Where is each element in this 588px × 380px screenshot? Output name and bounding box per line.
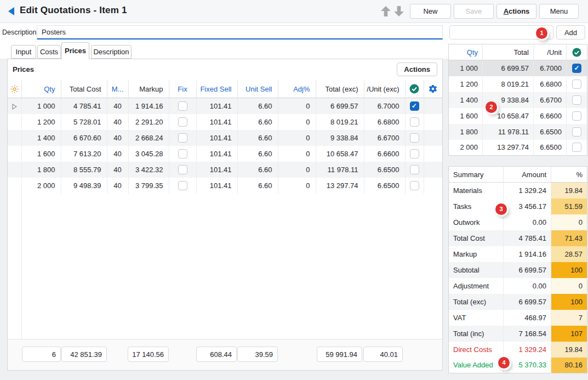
column-header-markup[interactable]: Markup xyxy=(128,80,169,98)
qty-cell[interactable]: 2 000 xyxy=(449,140,483,156)
unit-cell[interactable]: 6.6500 xyxy=(534,140,567,156)
expand-cell[interactable] xyxy=(8,114,21,130)
m-cell[interactable]: 40 xyxy=(107,114,128,130)
price-row[interactable]: 1 000 4 785.41 40 1 914.16 101.41 6.60 0… xyxy=(8,98,442,114)
markup-cell[interactable]: 2 291.20 xyxy=(128,114,169,130)
quantity-row[interactable]: 1 200 8 019.21 6.6800 xyxy=(449,76,587,92)
fixed-sell-cell[interactable]: 101.41 xyxy=(196,178,237,194)
m-cell[interactable]: 40 xyxy=(107,146,128,162)
total-exc-cell[interactable]: 9 338.84 xyxy=(316,130,364,146)
price-row[interactable]: 1 400 6 670.60 40 2 668.24 101.41 6.60 0… xyxy=(8,130,442,146)
fixed-sell-cell[interactable]: 101.41 xyxy=(196,162,237,178)
total-cost-cell[interactable]: 8 555.79 xyxy=(61,162,107,178)
column-header-fixed-sell[interactable]: Fixed Sell xyxy=(196,80,237,98)
description-input[interactable] xyxy=(37,25,443,39)
actions-button[interactable]: Actions xyxy=(496,4,536,19)
fix-checkbox[interactable] xyxy=(178,133,187,143)
row-select-checkbox[interactable] xyxy=(410,149,419,158)
m-cell[interactable]: 40 xyxy=(107,178,128,194)
qty-cell[interactable]: 1 600 xyxy=(21,146,61,162)
unit-exc-cell[interactable]: 6.6700 xyxy=(364,130,405,146)
select-all-header[interactable] xyxy=(567,44,587,60)
quantity-row[interactable]: 1 400 9 338.84 6.6700 xyxy=(449,92,587,108)
expand-cell[interactable] xyxy=(8,130,21,146)
row-select-checkbox[interactable] xyxy=(410,181,419,190)
m-cell[interactable]: 40 xyxy=(107,98,128,114)
fix-checkbox[interactable] xyxy=(178,101,187,111)
row-select-checkbox[interactable] xyxy=(410,165,419,174)
total-cost-cell[interactable]: 6 670.60 xyxy=(61,130,107,146)
qty-cell[interactable]: 1 000 xyxy=(449,60,483,76)
qty-cell[interactable]: 1 800 xyxy=(449,124,483,140)
qty-cell[interactable]: 1 000 xyxy=(21,98,61,114)
total-cell[interactable]: 6 699.57 xyxy=(483,60,534,76)
adj-cell[interactable]: 0 xyxy=(278,178,316,194)
fix-checkbox[interactable] xyxy=(178,165,187,174)
total-cost-cell[interactable]: 4 785.41 xyxy=(61,98,107,114)
unit-sell-cell[interactable]: 6.60 xyxy=(237,114,278,130)
column-header-m[interactable]: M... xyxy=(107,80,128,98)
adj-cell[interactable]: 0 xyxy=(278,162,316,178)
expand-cell[interactable] xyxy=(8,98,21,114)
qty-cell[interactable]: 1 200 xyxy=(449,76,483,92)
unit-cell[interactable]: 6.6600 xyxy=(534,108,567,124)
column-header-fix[interactable]: Fix xyxy=(169,80,196,98)
tab-input[interactable]: Input xyxy=(11,45,36,59)
add-button[interactable]: Add xyxy=(556,25,585,39)
column-header-qty[interactable]: Qty xyxy=(449,44,483,60)
column-header-unit-exc[interactable]: /Unit (exc) xyxy=(364,80,405,98)
column-header-qty[interactable]: Qty xyxy=(21,80,61,98)
unit-exc-cell[interactable]: 6.6500 xyxy=(364,162,405,178)
price-row[interactable]: 1 800 8 555.79 40 3 422.32 101.41 6.60 0… xyxy=(8,162,442,178)
row-select-checkbox[interactable] xyxy=(572,143,581,152)
unit-exc-cell[interactable]: 6.6800 xyxy=(364,114,405,130)
sun-icon-header[interactable] xyxy=(8,80,21,98)
prices-actions-button[interactable]: Actions xyxy=(397,63,437,76)
expand-cell[interactable] xyxy=(8,178,21,194)
total-exc-cell[interactable]: 6 699.57 xyxy=(316,98,364,114)
adj-cell[interactable]: 0 xyxy=(278,146,316,162)
column-header-total-exc[interactable]: Total (exc) xyxy=(316,80,364,98)
column-header-total-cost[interactable]: Total Cost xyxy=(61,80,107,98)
unit-cell[interactable]: 6.6800 xyxy=(534,76,567,92)
tab-prices[interactable]: Prices xyxy=(61,42,89,59)
unit-exc-cell[interactable]: 6.6600 xyxy=(364,146,405,162)
unit-cell[interactable]: 6.7000 xyxy=(534,60,567,76)
fix-checkbox[interactable] xyxy=(178,117,187,127)
column-settings-header[interactable] xyxy=(424,80,442,98)
tab-costs[interactable]: Costs xyxy=(37,45,61,59)
total-exc-cell[interactable]: 8 019.21 xyxy=(316,114,364,130)
unit-sell-cell[interactable]: 6.60 xyxy=(237,130,278,146)
adj-cell[interactable]: 0 xyxy=(278,130,316,146)
column-header-total[interactable]: Total xyxy=(483,44,534,60)
markup-cell[interactable]: 3 045.28 xyxy=(128,146,169,162)
unit-cell[interactable]: 6.6500 xyxy=(534,124,567,140)
quantity-row[interactable]: 1 600 10 658.47 6.6600 xyxy=(449,108,587,124)
unit-sell-cell[interactable]: 6.60 xyxy=(237,178,278,194)
unit-exc-cell[interactable]: 6.6500 xyxy=(364,178,405,194)
fixed-sell-cell[interactable]: 101.41 xyxy=(196,146,237,162)
unit-cell[interactable]: 6.6700 xyxy=(534,92,567,108)
total-exc-cell[interactable]: 10 658.47 xyxy=(316,146,364,162)
row-select-checkbox[interactable] xyxy=(572,80,581,89)
row-select-checkbox[interactable] xyxy=(572,64,581,73)
markup-cell[interactable]: 3 799.35 xyxy=(128,178,169,194)
qty-cell[interactable]: 2 000 xyxy=(21,178,61,194)
row-select-checkbox[interactable] xyxy=(410,117,419,127)
expand-cell[interactable] xyxy=(8,162,21,178)
column-header-adj[interactable]: Adj% xyxy=(278,80,316,98)
total-exc-cell[interactable]: 11 978.11 xyxy=(316,162,364,178)
markup-cell[interactable]: 3 422.32 xyxy=(128,162,169,178)
qty-cell[interactable]: 1 400 xyxy=(449,92,483,108)
total-exc-cell[interactable]: 13 297.74 xyxy=(316,178,364,194)
total-cell[interactable]: 8 019.21 xyxy=(483,76,534,92)
total-cost-cell[interactable]: 7 613.20 xyxy=(61,146,107,162)
price-row[interactable]: 1 600 7 613.20 40 3 045.28 101.41 6.60 0… xyxy=(8,146,442,162)
unit-sell-cell[interactable]: 6.60 xyxy=(237,98,278,114)
move-down-icon[interactable] xyxy=(394,6,404,16)
new-button[interactable]: New xyxy=(410,4,451,19)
tab-description[interactable]: Description xyxy=(91,45,132,59)
fix-checkbox[interactable] xyxy=(178,149,187,158)
back-icon[interactable] xyxy=(7,7,15,15)
price-row[interactable]: 2 000 9 498.39 40 3 799.35 101.41 6.60 0… xyxy=(8,178,442,194)
